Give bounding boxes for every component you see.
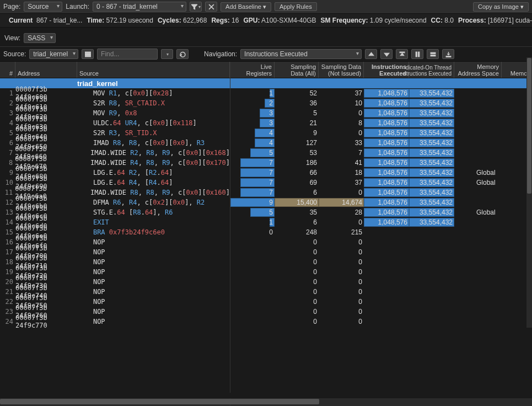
metric-row: 00	[230, 287, 532, 297]
col-address[interactable]: Address	[15, 62, 77, 78]
find-sync-icon[interactable]	[176, 49, 189, 59]
metric-row: 4901,048,57633,554,432	[230, 128, 532, 138]
vertical-scrollbar[interactable]	[526, 57, 532, 328]
col-samp-all[interactable]: Sampling Data (All)	[275, 62, 319, 78]
col-source[interactable]: Source	[77, 62, 230, 78]
source-dropdown[interactable]: triad_kernel	[29, 49, 78, 59]
nav-export-icon[interactable]	[442, 49, 454, 59]
main-split: # Address Source triad_kernel 100007f3b …	[0, 62, 532, 393]
col-num[interactable]: #	[0, 62, 15, 78]
col-pred[interactable]: dicated-On Thread structions Executed	[409, 62, 454, 78]
metric-row: 32181,048,57633,554,432	[230, 118, 532, 128]
metric-row: 00	[230, 307, 532, 317]
kernel-row-metrics	[230, 78, 532, 88]
metric-row: 0248215	[230, 227, 532, 237]
metrics-pane: Live Registers Sampling Data (All) Sampl…	[230, 62, 532, 393]
metric-row: 915,40014,6741,048,57633,554,432	[230, 197, 532, 207]
svg-rect-6	[431, 52, 436, 54]
copy-as-image-button[interactable]: Copy as Image ▾	[473, 2, 529, 12]
source-pane: # Address Source triad_kernel 100007f3b …	[0, 62, 230, 393]
nav-up-icon[interactable]	[365, 49, 377, 59]
source-row[interactable]: 2400007f3b 24f9c770 NOP	[0, 317, 230, 327]
metric-row: 535281,048,57633,554,432Global	[230, 207, 532, 217]
metrics-header-row: Live Registers Sampling Data (All) Sampl…	[230, 62, 532, 78]
nav-top-icon[interactable]	[396, 49, 408, 59]
nav-dropdown[interactable]: Instructions Executed	[240, 49, 362, 59]
metric-row: 152371,048,57633,554,432	[230, 88, 532, 98]
metric-row: 00	[230, 247, 532, 257]
clear-filter-icon[interactable]	[205, 2, 217, 12]
add-baseline-button[interactable]: Add Baseline ▾	[221, 2, 271, 12]
find-input[interactable]: Find...	[97, 49, 158, 60]
metric-row: 00	[230, 317, 532, 327]
svg-rect-7	[431, 55, 436, 56]
apply-rules-button[interactable]: Apply Rules	[275, 2, 317, 11]
metric-row: 7186411,048,57633,554,432	[230, 158, 532, 168]
svg-rect-4	[416, 52, 417, 57]
metric-row: 766181,048,57633,554,432Global	[230, 168, 532, 178]
col-mem[interactable]: Memory Address Space	[454, 62, 502, 78]
metric-row: 00	[230, 257, 532, 267]
metric-row: 3501,048,57633,554,432	[230, 108, 532, 118]
metric-row: 4127331,048,57633,554,432	[230, 138, 532, 148]
page-label: Page:	[3, 3, 20, 10]
launch-dropdown[interactable]: 0 - 867 - triad_kernel	[93, 2, 186, 12]
filter-icon[interactable]	[190, 2, 202, 12]
current-label: Current	[9, 17, 33, 24]
svg-rect-1	[85, 54, 91, 55]
nav-label: Navigation:	[204, 50, 237, 58]
metric-row: 00	[230, 277, 532, 287]
source-label: Source:	[3, 50, 26, 58]
view-bar: View: SASS	[0, 28, 532, 47]
source-bar: Source: triad_kernel Find... Navigation:…	[0, 47, 532, 62]
page-dropdown[interactable]: Source	[24, 2, 62, 12]
metric-row: 00	[230, 267, 532, 277]
find-options-icon[interactable]	[161, 49, 173, 59]
metric-row: 236101,048,57633,554,432	[230, 98, 532, 108]
metric-row: 00	[230, 297, 532, 307]
view-mode-icon[interactable]	[82, 49, 94, 59]
hscroll-right[interactable]: ◂▸	[230, 398, 532, 406]
svg-rect-0	[85, 52, 91, 53]
source-rows: 100007f3b 24f9c600 MOV R1, c[0x0][0x28]2…	[0, 88, 230, 327]
col-samp-ni[interactable]: Sampling Data (Not Issued)	[319, 62, 364, 78]
metric-row: 7601,048,57633,554,432	[230, 188, 532, 197]
svg-rect-5	[418, 52, 419, 57]
launch-label: Launch:	[66, 3, 89, 10]
svg-rect-2	[85, 55, 91, 56]
metric-rows: 152371,048,57633,554,432236101,048,57633…	[230, 88, 532, 327]
col-live[interactable]: Live Registers	[230, 62, 275, 78]
view-label: View:	[4, 34, 20, 42]
col-inst-exec[interactable]: Instructions Executed	[364, 62, 409, 78]
metric-row: 00	[230, 237, 532, 247]
svg-rect-8	[446, 56, 451, 57]
top-toolbar: Page: Source Launch: 0 - 867 - triad_ker…	[0, 0, 532, 14]
nav-down-icon[interactable]	[380, 49, 393, 59]
metric-row: 1601,048,57633,554,432	[230, 217, 532, 227]
nav-opt2-icon[interactable]	[427, 49, 439, 59]
info-bar: Current 867 - triad_ke... Time: 572.19 u…	[0, 14, 532, 28]
nav-opt1-icon[interactable]	[411, 49, 423, 59]
source-header-row: # Address Source	[0, 62, 230, 78]
view-dropdown[interactable]: SASS	[24, 33, 56, 43]
metric-row: 769371,048,57633,554,432Global	[230, 178, 532, 188]
metric-row: 55371,048,57633,554,432	[230, 148, 532, 158]
